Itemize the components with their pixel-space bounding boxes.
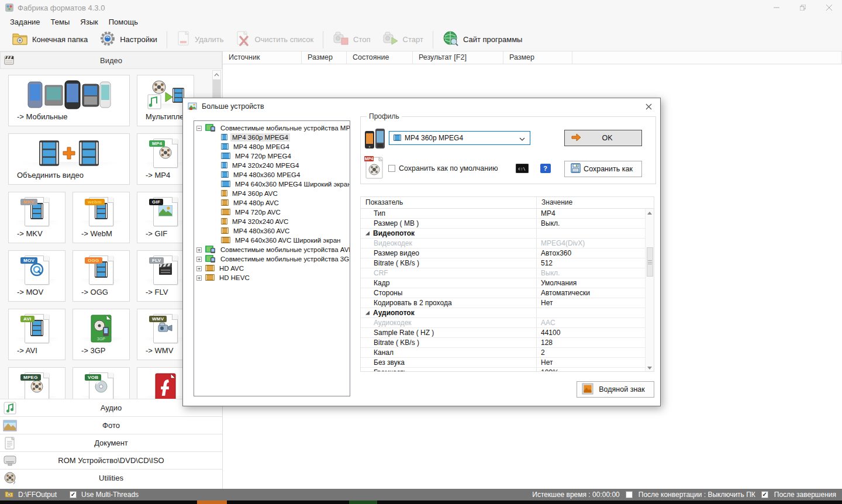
sidebar-category-3[interactable]: Документ xyxy=(0,434,222,451)
table-scrollbar[interactable] xyxy=(645,209,654,372)
tree-root-5[interactable]: +HD HEVC xyxy=(194,273,350,282)
save-as-button[interactable]: Сохранить как xyxy=(564,161,642,177)
table-row[interactable]: КадрУмолчания xyxy=(361,278,654,288)
table-row[interactable]: CRFВыкл. xyxy=(361,268,654,278)
expand-icon[interactable]: + xyxy=(196,266,202,271)
tree-item-mp4-480x360-avc[interactable]: MP4 480x360 AVC xyxy=(194,226,350,236)
restore-icon[interactable] xyxy=(789,0,816,15)
menu-item-1[interactable]: Задание xyxy=(5,16,46,27)
output-folder-button[interactable]: Конечная папка xyxy=(6,29,94,50)
format-tile--mkv[interactable]: MKV-> MKV xyxy=(8,192,65,243)
help-icon[interactable]: ? xyxy=(540,164,551,173)
close-icon[interactable] xyxy=(816,0,842,15)
format-tile--ogg[interactable]: OGG-> OGG xyxy=(73,250,130,302)
clear-list-button: Очистить список xyxy=(230,29,320,50)
tree-item-mp4-360p-mpeg4[interactable]: MP4 360p MPEG4 xyxy=(194,133,350,142)
scroll-down-icon[interactable] xyxy=(646,364,654,372)
tree-item-mp4-320x240-mpeg4[interactable]: MP4 320x240 MPEG4 xyxy=(194,161,350,170)
settings-button[interactable]: Настройки xyxy=(94,28,163,51)
profile-select[interactable]: MP4 360p MPEG4 xyxy=(389,131,530,145)
expand-icon[interactable]: + xyxy=(196,257,202,262)
table-row[interactable]: Bitrate ( KB/s )512 xyxy=(361,258,654,268)
table-row[interactable]: Канал2 xyxy=(361,348,654,358)
table-row[interactable]: Размер видеоАвтоx360 xyxy=(361,248,654,258)
sidebar-category-4[interactable]: ROM Устройство\DVD\CD\ISO xyxy=(0,451,222,469)
menu-item-3[interactable]: Язык xyxy=(75,16,103,27)
file-type-icon: AVI xyxy=(25,314,49,343)
scroll-up-icon[interactable] xyxy=(213,71,220,79)
table-row[interactable]: СтороныАвтоматически xyxy=(361,288,654,298)
scrollbar-thumb[interactable] xyxy=(647,247,653,277)
table-row[interactable]: ТипMP4 xyxy=(361,209,654,219)
table-row[interactable]: Размер ( MB )Выкл. xyxy=(361,219,654,229)
tree-item-mp4-480p-mpeg4[interactable]: MP4 480p MPEG4 xyxy=(194,142,350,151)
queue-column-1[interactable]: Источник xyxy=(223,51,302,64)
tree-root-3[interactable]: +Совместимые мобильные устройства 3GP xyxy=(194,254,350,264)
remove-button: Удалить xyxy=(171,29,230,50)
table-row[interactable]: ВидеокодекMPEG4(DivX) xyxy=(361,239,654,248)
tree-item-mp4-720p-avc[interactable]: MP4 720p AVC xyxy=(194,208,350,217)
doc-remove-icon xyxy=(177,31,191,48)
queue-column-4[interactable]: Результат [F2] xyxy=(413,51,503,64)
tree-item-mp4-640x360-mpeg4-[interactable]: MP4 640x360 MPEG4 Широкий экран xyxy=(194,179,350,189)
save-default-checkbox[interactable] xyxy=(388,165,395,172)
menu-item-4[interactable]: Помощь xyxy=(103,16,143,27)
folded-corner xyxy=(108,197,113,203)
scrollbar-track[interactable] xyxy=(646,217,654,364)
minimize-icon[interactable] xyxy=(763,0,789,15)
format-tile--mov[interactable]: MOV-> MOV xyxy=(8,250,65,302)
tree-root-mp4[interactable]: −Совместимые мобильные устройства MP4 xyxy=(194,123,350,133)
collapse-icon[interactable]: − xyxy=(196,126,202,131)
tree-item-mp4-360p-avc[interactable]: MP4 360p AVC xyxy=(194,189,350,198)
sidebar-category-5[interactable]: Utilities xyxy=(0,469,222,486)
table-row[interactable]: Sample Rate ( HZ )44100 xyxy=(361,328,654,338)
expand-icon[interactable]: + xyxy=(196,247,202,253)
watermark-image-icon xyxy=(582,383,593,396)
parameter-cell: Размер ( MB ) xyxy=(361,219,537,228)
watermark-button[interactable]: Водяной знак xyxy=(577,381,654,398)
film-orange-icon xyxy=(205,265,215,272)
tree-item-mp4-640x360-avc-[interactable]: MP4 640x360 AVC Широкий экран xyxy=(194,236,350,245)
multithreads-checkbox[interactable] xyxy=(70,491,77,498)
tree-item-mp4-480p-avc[interactable]: MP4 480p AVC xyxy=(194,198,350,208)
tree-root-4[interactable]: +HD AVC xyxy=(194,264,350,273)
table-row[interactable]: Без звукаНет xyxy=(361,358,654,368)
dialog-close-icon[interactable] xyxy=(637,98,660,115)
table-group-row[interactable]: Аудиопоток xyxy=(361,308,654,318)
queue-column-3[interactable]: Состояние xyxy=(347,51,413,64)
output-folder-icon[interactable] xyxy=(5,491,13,499)
category-video-header[interactable]: Видео xyxy=(0,51,222,69)
menu-item-2[interactable]: Темы xyxy=(46,16,75,27)
tree-root-2[interactable]: +Совместимые мобильные устройства AVI xyxy=(194,245,350,254)
ok-button[interactable]: OK xyxy=(564,130,642,146)
format-tile--avi[interactable]: AVI-> AVI xyxy=(8,309,65,360)
file-type-icon: OGG xyxy=(89,256,113,285)
queue-column-2[interactable]: Размер xyxy=(302,51,347,64)
commandline-icon[interactable]: c:\ xyxy=(516,164,529,173)
table-row[interactable]: АудиокодекAAC xyxy=(361,318,654,328)
scroll-up-icon[interactable] xyxy=(646,209,654,217)
format-glyph xyxy=(158,263,172,278)
tree-item-mp4-320x240-avc[interactable]: MP4 320x240 AVC xyxy=(194,217,350,226)
expand-icon[interactable]: + xyxy=(196,275,202,281)
tree-item-mp4-480x360-mpeg4[interactable]: MP4 480x360 MPEG4 xyxy=(194,170,350,179)
format-tile--webm[interactable]: webm-> WebM xyxy=(73,192,130,243)
queue-column-5[interactable]: Размер xyxy=(503,51,572,64)
format-tile-объединить-видео[interactable]: Объединить видео xyxy=(8,133,130,185)
after-finish-checkbox[interactable] xyxy=(761,491,768,498)
tree-item-mp4-720p-mpeg4[interactable]: MP4 720p MPEG4 xyxy=(194,151,350,161)
format-tile--mpeg[interactable]: MPEG-> MPEG xyxy=(8,367,65,399)
website-button[interactable]: Сайт программы xyxy=(437,28,529,51)
table-row[interactable]: Bitrate ( KB/s )128 xyxy=(361,338,654,348)
table-row[interactable]: Кодировать в 2 проходаНет xyxy=(361,298,654,308)
sidebar-category-2[interactable]: Фото xyxy=(0,416,222,434)
svg-text:MP4: MP4 xyxy=(365,157,374,161)
format-tile--мобильные[interactable]: -> Мобильные xyxy=(8,75,130,126)
table-row[interactable]: Громкость100% xyxy=(361,368,654,372)
shutdown-checkbox[interactable] xyxy=(626,491,633,498)
folded-corner xyxy=(172,314,178,320)
output-path[interactable]: D:\FFOutput xyxy=(18,491,57,499)
format-tile--vob[interactable]: VOB-> VOB xyxy=(73,367,130,399)
table-group-row[interactable]: Видеопоток xyxy=(361,229,654,239)
format-tile--3gp[interactable]: 3GP-> 3GP xyxy=(73,309,130,360)
